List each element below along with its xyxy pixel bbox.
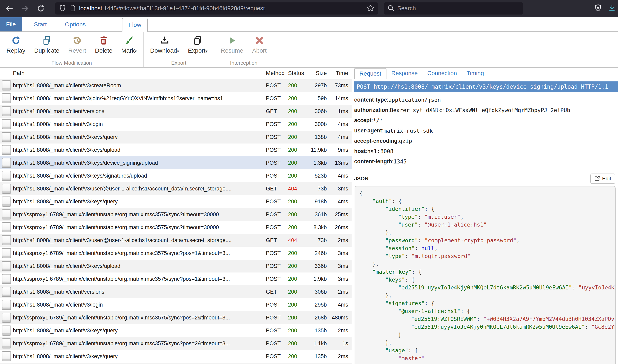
request-first-line[interactable]: POST http://hs1:8008/_matrix/client/v3/k… [354,81,618,92]
search-input[interactable]: Search [384,2,523,14]
page-icon[interactable] [69,5,76,12]
flow-status: 200 [288,95,307,102]
flow-path: http://hs1:8008/_matrix/client/v3/login [13,121,266,127]
mark-button[interactable]: Mark▾ [117,35,141,55]
menu-tab-options[interactable]: Options [59,17,92,31]
table-row[interactable]: http://ssproxy1:6789/_matrix/client/unst… [0,311,352,324]
menu-tab-flow[interactable]: Flow [122,18,148,32]
header-value: */* [373,117,383,124]
replay-icon [11,36,21,45]
flow-method: POST [266,160,288,166]
button-label: Download▾ [150,47,179,54]
document-icon [2,235,11,245]
url-bar[interactable]: localhost:1445/#/flows/fba5f13d-91e1-437… [55,2,378,14]
flow-size: 8.3kb [307,224,327,231]
flow-size: 73b [307,186,327,192]
request-header-accept-encoding[interactable]: accept-encoding: gzip [354,136,618,146]
flow-status: 200 [288,302,307,308]
flow-path: http://hs1:8008/_matrix/client/versions [13,289,266,295]
flow-path: http://ssproxy1:6789/_matrix/client/unst… [13,340,266,347]
table-row[interactable]: http://ssproxy1:6789/_matrix/client/unst… [0,208,352,221]
table-row[interactable]: http://ssproxy1:6789/_matrix/client/unst… [0,337,352,350]
table-row-partial[interactable] [0,363,352,364]
json-line: } [359,331,615,338]
export-button[interactable]: Export▾ [184,35,212,55]
header-status[interactable]: Status [288,70,307,76]
table-row[interactable]: http://hs1:8008/_matrix/client/v3/user/@… [0,182,352,195]
table-row[interactable]: http://ssproxy1:6789/_matrix/client/unst… [0,221,352,234]
flow-time: 2ms [327,327,352,334]
table-row[interactable]: http://hs1:8008/_matrix/client/v3/keys/d… [0,156,352,169]
flow-method: POST [266,224,288,231]
request-header-accept[interactable]: accept: */* [354,115,618,126]
back-icon[interactable] [3,2,16,15]
json-line: "type": "m.login.password" [359,252,615,260]
json-line: }, [359,229,615,236]
header-separator: : [382,128,384,134]
flow-status: 404 [288,237,307,244]
menu-tab-file[interactable]: File [0,17,22,31]
request-header-content-length[interactable]: content-length: 1345 [354,156,618,167]
header-name: content-type [354,97,387,103]
table-row[interactable]: http://hs1:8008/_matrix/client/versions … [0,286,352,298]
table-row[interactable]: http://hs1:8008/_matrix/client/v3/keys/u… [0,143,352,156]
request-header-host[interactable]: host: hs1:8008 [354,146,618,156]
flow-time: 3ms [327,186,352,192]
json-line: }, [359,260,615,268]
table-row[interactable]: http://ssproxy1:6789/_matrix/client/unst… [0,247,352,260]
request-header-user-agent[interactable]: user-agent: matrix-rust-sdk [354,126,618,136]
edit-button[interactable]: Edit [590,173,615,184]
header-time[interactable]: Time [327,70,352,76]
table-row[interactable]: http://hs1:8008/_matrix/client/v3/join/%… [0,92,352,105]
flow-method: GET [266,237,288,244]
table-row[interactable]: http://hs1:8008/_matrix/client/v3/login … [0,298,352,311]
reload-icon[interactable] [34,2,47,15]
header-path[interactable]: Path [13,70,266,76]
extension-shield-icon[interactable] [594,4,602,13]
json-body-view[interactable]: {"auth": {"identifier": {"type": "m.id.u… [355,186,616,364]
table-row[interactable]: http://hs1:8008/_matrix/client/versions … [0,105,352,118]
download-button[interactable]: Download▾ [146,35,183,55]
bookmark-star-icon[interactable] [367,4,374,13]
header-method[interactable]: Method [266,70,288,76]
detail-tab-connection[interactable]: Connection [423,68,462,78]
document-icon [2,261,11,271]
table-row[interactable]: http://hs1:8008/_matrix/client/v3/keys/q… [0,130,352,143]
duplicate-button[interactable]: Duplicate [30,35,64,55]
request-header-authorization[interactable]: authorization: Bearer syt_dXNlci0xLWFsaW… [354,105,618,115]
abort-button[interactable]: Abort [248,35,271,55]
divider [354,170,616,170]
flow-size: 523b [307,173,327,179]
replay-button[interactable]: Replay [2,35,30,55]
revert-button[interactable]: Revert [64,35,90,55]
menu-tab-start[interactable]: Start [28,17,53,31]
detail-tab-timing[interactable]: Timing [462,68,489,78]
table-row[interactable]: http://hs1:8008/_matrix/client/v3/user/@… [0,234,352,247]
table-row[interactable]: http://ssproxy1:6789/_matrix/client/unst… [0,273,352,286]
table-row[interactable]: http://hs1:8008/_matrix/client/v3/keys/u… [0,260,352,273]
table-row[interactable]: http://hs1:8008/_matrix/client/v3/keys/s… [0,169,352,182]
flow-method: POST [266,198,288,205]
table-row[interactable]: http://hs1:8008/_matrix/client/v3/keys/q… [0,195,352,208]
detail-tab-request[interactable]: Request [354,68,387,79]
flow-time: 4ms [327,134,352,140]
flow-path: http://hs1:8008/_matrix/client/versions [13,108,266,115]
browser-chrome: localhost:1445/#/flows/fba5f13d-91e1-437… [0,0,618,17]
header-name: authorization [354,107,389,113]
header-size[interactable]: Size [307,70,327,76]
resume-button[interactable]: Resume [216,35,248,55]
flow-status: 200 [288,224,307,231]
delete-button[interactable]: Delete [91,35,117,55]
flow-table-header[interactable]: Path Method Status Size Time [0,68,352,79]
forward-icon[interactable] [19,2,31,15]
table-row[interactable]: http://hs1:8008/_matrix/client/v3/keys/q… [0,324,352,337]
table-row[interactable]: http://hs1:8008/_matrix/client/v3/create… [0,79,352,92]
request-header-content-type[interactable]: content-type: application/json [354,95,618,105]
document-icon [2,325,11,336]
table-row[interactable]: http://hs1:8008/_matrix/client/v3/login … [0,118,352,130]
flow-method: POST [266,327,288,334]
table-row[interactable]: http://hs1:8008/_matrix/client/v3/keys/q… [0,350,352,363]
detail-tab-response[interactable]: Response [387,68,423,78]
shield-icon[interactable] [59,4,66,13]
downloads-icon[interactable] [608,4,616,13]
